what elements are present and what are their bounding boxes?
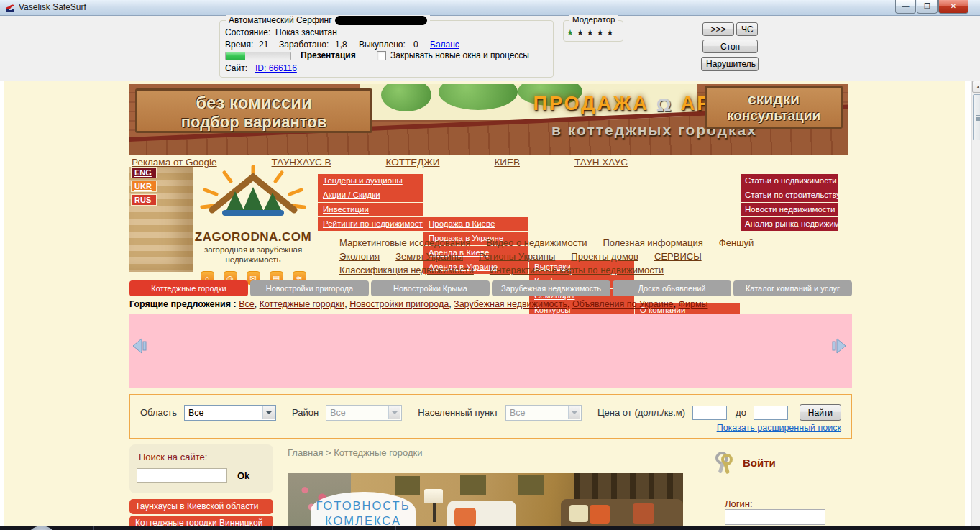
hot-offer-link[interactable]: Зарубежная недвижимость <box>454 299 567 309</box>
language-button[interactable]: RUS <box>131 194 157 206</box>
site-id-link[interactable]: ID: 666116 <box>255 63 297 73</box>
promo-line: ГОТОВНОСТЬ <box>311 498 416 513</box>
promo-wall-art <box>518 475 544 495</box>
promo-lamp <box>424 489 443 503</box>
close-button[interactable]: ✕ <box>938 0 968 14</box>
chevron-down-icon <box>568 406 580 419</box>
site-search-input[interactable] <box>137 468 227 483</box>
hot-offer-link[interactable]: Фирмы <box>678 299 707 309</box>
language-button[interactable]: ENG <box>131 167 157 178</box>
promo-image[interactable]: ГОТОВНОСТЬ КОМЛЕКСА <box>288 473 683 530</box>
section-link[interactable]: Видео о недвижимости <box>486 237 587 248</box>
groupbox-title: Автоматический Серфинг <box>229 15 332 25</box>
top-nav-link[interactable]: ТАУН ХАУС <box>574 157 628 168</box>
section-link[interactable]: Полезная информация <box>603 237 702 248</box>
stop-button[interactable]: Стоп <box>702 40 758 53</box>
carousel-prev-icon[interactable] <box>132 338 147 354</box>
earned-label: Заработано: <box>279 40 329 50</box>
star-icon[interactable]: ★ <box>607 28 617 37</box>
title-bar[interactable]: Vaselisk SafeSurf — ❐ ✕ <box>0 0 980 16</box>
hot-offer-link[interactable]: Все <box>239 299 255 309</box>
site-search-ok-button[interactable]: Ok <box>237 470 249 481</box>
close-windows-checkbox[interactable] <box>377 51 386 60</box>
violator-button[interactable]: Нарушитель <box>701 57 759 71</box>
articles-menu-item[interactable]: Анализ рынка недвижимости <box>741 217 838 231</box>
articles-menu: Статьи о недвижимостиСтатьи по строитель… <box>741 174 838 232</box>
region-select[interactable]: Все <box>184 405 276 421</box>
section-link[interactable]: Маркетинговые исследования <box>339 237 470 248</box>
site-search-box: Поиск на сайте: Ok <box>129 444 273 493</box>
section-link[interactable]: Классификация недвижимости <box>339 265 474 275</box>
section-link[interactable]: Земля Украины <box>395 251 463 262</box>
promo-lamp-pole <box>433 503 436 522</box>
scroll-up-icon[interactable]: ▲ <box>972 81 980 93</box>
carousel-next-icon[interactable] <box>832 338 846 354</box>
vertical-scrollbar[interactable]: ▲ <box>971 81 980 530</box>
next-site-button[interactable]: >>> <box>702 22 734 36</box>
status-value: Показ засчитан <box>275 27 337 37</box>
login-label: Логин: <box>725 498 753 509</box>
section-link[interactable]: Экология <box>339 251 380 262</box>
category-tab[interactable]: Новостройки пригорода <box>250 280 369 296</box>
category-tab[interactable]: Новостройки Крыма <box>371 280 490 296</box>
time-label: Время: <box>225 40 253 50</box>
settlement-select[interactable]: Все <box>505 405 582 421</box>
advanced-search-link[interactable]: Показать расширенный поиск <box>717 423 841 433</box>
sign-text: подбор вариантов <box>137 114 370 131</box>
taskbar-separator <box>93 526 94 530</box>
taskbar-edge[interactable] <box>0 526 980 530</box>
menu-item[interactable]: Рейтинги по недвижимости <box>318 217 423 231</box>
promo-overlay: ГОТОВНОСТЬ КОМЛЕКСА <box>311 492 416 530</box>
promo-pillow <box>590 505 610 524</box>
links-row-2: ЭкологияЗемля УкраиныРегионы УкраиныПрое… <box>339 251 843 262</box>
category-tab[interactable]: Каталог компаний и услуг <box>733 280 852 296</box>
menu-item[interactable]: Тендеры и аукционы <box>318 174 423 188</box>
menu-item[interactable]: Продажа в Киеве <box>423 217 528 231</box>
section-link[interactable]: Интерактивные карты по недвижимости <box>490 265 664 275</box>
articles-menu-item[interactable]: Новости недвижимости <box>741 203 838 216</box>
top-nav-link[interactable]: КИЕВ <box>494 157 520 168</box>
hot-offer-link[interactable]: Новостройки пригорода <box>349 299 449 309</box>
search-button[interactable]: Найти <box>800 404 841 421</box>
restore-button[interactable]: ❐ <box>917 0 938 14</box>
category-tab[interactable]: Коттеджные городки <box>129 280 248 296</box>
sidebar-category-button[interactable]: Таунхаусы в Киевской области <box>129 499 273 514</box>
hot-offer-link[interactable]: Коттеджные городки <box>260 299 345 309</box>
section-link[interactable]: Проекты домов <box>571 251 638 262</box>
site-logo[interactable]: ZAGORODNA.COM загородная и зарубежная не… <box>185 165 321 285</box>
menu-item[interactable]: Акции / Скидки <box>318 188 423 202</box>
articles-menu-item[interactable]: Статьи о недвижимости <box>741 174 838 188</box>
site-banner[interactable]: без комиссии подбор вариантов ПРОДАЖАΩАР… <box>129 84 848 155</box>
section-link[interactable]: Регионы Украины <box>479 251 555 262</box>
section-link[interactable]: СЕРВИСЫ <box>654 251 702 262</box>
minimize-button[interactable]: — <box>895 0 916 14</box>
category-tab[interactable]: Зарубежная недвижимость <box>492 280 610 296</box>
price-from-input[interactable] <box>692 406 727 420</box>
articles-menu-item[interactable]: Статьи по строительству <box>741 188 838 202</box>
tab-label: Новостройки пригорода <box>266 284 353 293</box>
star-icon[interactable]: ★ <box>597 28 607 37</box>
login-input[interactable] <box>725 509 825 525</box>
presentation-label: Презентация <box>301 50 356 60</box>
time-value: 21 <box>259 40 268 50</box>
moderator-stars[interactable]: ★★★★★ <box>567 27 616 37</box>
menu-item[interactable]: Инвестиции <box>318 203 423 216</box>
blacklist-button[interactable]: ЧС <box>736 22 758 36</box>
star-icon[interactable]: ★ <box>567 28 577 37</box>
top-nav-link[interactable]: КОТТЕДЖИ <box>385 157 439 168</box>
balance-link[interactable]: Баланс <box>430 40 459 50</box>
promo-pillow <box>454 508 476 526</box>
scrollbar-thumb[interactable] <box>973 94 980 140</box>
redacted-text <box>335 16 427 25</box>
price-to-input[interactable] <box>754 406 788 420</box>
section-link[interactable]: Феншуй <box>719 237 754 248</box>
hot-offer-link[interactable]: Объявления по Украине <box>572 299 674 309</box>
language-button[interactable]: UKR <box>131 181 157 192</box>
redeemed-value: 0 <box>413 40 418 50</box>
offers-carousel <box>129 314 852 388</box>
taskbar-separator <box>272 526 273 530</box>
star-icon[interactable]: ★ <box>587 28 597 37</box>
district-select[interactable]: Все <box>326 405 402 421</box>
star-icon[interactable]: ★ <box>577 28 587 37</box>
category-tab[interactable]: Доска обьявлений <box>613 280 731 296</box>
